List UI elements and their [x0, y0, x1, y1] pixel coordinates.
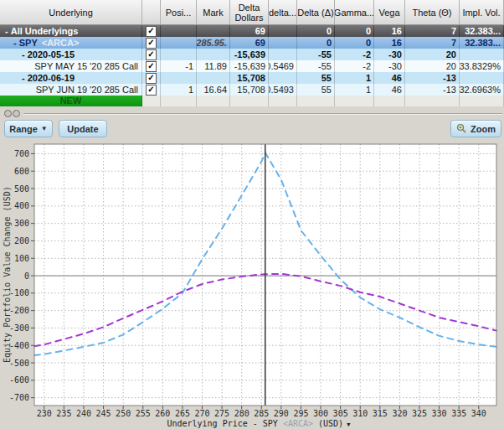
y-tick-label: 100	[14, 254, 29, 263]
column-header-position[interactable]: Posi...	[161, 0, 197, 25]
y-tick-label: 700	[14, 149, 29, 158]
impl_vol-value: 33.8329%	[460, 60, 504, 72]
position-value	[161, 37, 197, 49]
collapse-minus-icon[interactable]: -	[5, 25, 11, 37]
row-title: NEW	[60, 96, 82, 106]
splitter-knob-icon[interactable]	[13, 110, 20, 117]
column-header-mark[interactable]: Mark	[197, 0, 230, 25]
collapse-minus-icon[interactable]: -	[22, 49, 28, 60]
delta-value: -55	[297, 49, 335, 60]
gamma-value: 0	[335, 25, 374, 37]
collapse-minus-icon[interactable]: -	[13, 37, 19, 49]
vega-value	[374, 96, 405, 106]
theta-value: -13	[405, 72, 460, 84]
position-value: -1	[161, 60, 197, 72]
impl_vol-value	[460, 72, 504, 84]
row-2020-06-19[interactable]: - 2020-06-19✓15,70855146-13	[0, 72, 504, 84]
vega-value: 16	[374, 25, 405, 37]
underlying-label: - All Underlyings	[0, 25, 142, 37]
underlying-label: - 2020-06-19	[0, 72, 142, 84]
delta_dollars-value	[230, 96, 269, 106]
row-checkbox[interactable]: ✓	[146, 38, 157, 49]
column-header-check[interactable]	[142, 0, 161, 25]
row-new[interactable]: NEW	[0, 96, 504, 106]
impl_vol-value: 32.383...	[460, 25, 504, 37]
x-axis-title[interactable]: Underlying Price - SPY <ARCA> (USD) ▼	[167, 419, 351, 428]
update-button-label: Update	[67, 124, 98, 134]
collapse-minus-icon[interactable]: -	[22, 72, 28, 84]
row-checkbox[interactable]: ✓	[146, 61, 157, 72]
underlying-label: SPY JUN 19 '20 285 Call	[0, 84, 142, 96]
row-checkbox[interactable]: ✓	[146, 85, 157, 96]
delta_frac-value	[269, 49, 297, 60]
splitter-knob-icon[interactable]	[4, 110, 12, 117]
update-button[interactable]: Update	[59, 120, 107, 137]
underlying-label: SPY MAY 15 '20 285 Call	[0, 60, 142, 72]
row-title: SPY	[19, 37, 38, 49]
risk-navigator-window: UnderlyingPosi...MarkDelta Dollarsdelta.…	[0, 0, 504, 429]
y-tick-label: 200	[14, 236, 29, 246]
x-tick-label: 310	[352, 409, 368, 418]
gamma-value: 1	[335, 84, 374, 96]
y-tick-label: 0	[24, 271, 29, 281]
delta-value: 0	[297, 25, 335, 37]
mark-value: 16.64	[197, 84, 230, 96]
row-2020-05-15[interactable]: - 2020-05-15✓-15,639-55-2-3020	[0, 49, 504, 60]
row-checkbox[interactable]: ✓	[146, 49, 157, 60]
underlying-label: NEW	[0, 96, 142, 106]
checkbox-cell: ✓	[142, 37, 161, 49]
position-value	[161, 25, 197, 37]
column-header-delta_dollars[interactable]: Delta Dollars	[230, 0, 269, 25]
checkbox-cell	[142, 96, 161, 106]
theta-value: 7	[405, 37, 460, 49]
row-spy-jun-call[interactable]: SPY JUN 19 '20 285 Call✓116.6415,7080.54…	[0, 84, 504, 96]
row-spy-may-call[interactable]: SPY MAY 15 '20 285 Call✓-111.89-15,6390.…	[0, 60, 504, 72]
row-checkbox[interactable]: ✓	[146, 73, 157, 84]
column-header-impl_vol[interactable]: Impl. Vol.	[460, 0, 504, 25]
vega-value: 46	[374, 72, 405, 84]
delta_frac-value	[269, 37, 297, 49]
column-header-gamma[interactable]: Gamma...	[335, 0, 374, 25]
x-tick-label: 280	[234, 409, 249, 418]
x-tick-label: 260	[155, 409, 170, 418]
delta_dollars-value: 69	[230, 37, 269, 49]
checkbox-cell: ✓	[142, 25, 161, 37]
positions-table: UnderlyingPosi...MarkDelta Dollarsdelta.…	[0, 0, 504, 106]
gamma-value: -2	[335, 49, 374, 60]
x-tick-label: 300	[313, 409, 328, 418]
delta-value	[297, 96, 335, 106]
row-all-underlyings[interactable]: - All Underlyings✓690016732.383...	[0, 25, 504, 37]
x-tick-label: 335	[451, 409, 466, 418]
zoom-button[interactable]: Zoom	[450, 120, 501, 137]
column-header-delta[interactable]: Delta (Δ)	[297, 0, 335, 25]
impl_vol-value	[460, 96, 504, 106]
x-tick-label: 240	[76, 409, 91, 418]
checkbox-cell: ✓	[142, 49, 161, 60]
mark-value: 285.95.	[197, 37, 230, 49]
delta_frac-value	[269, 96, 297, 106]
x-tick-label: 295	[293, 409, 308, 418]
range-button[interactable]: Range▼	[4, 120, 53, 137]
row-title: 2020-05-15	[28, 49, 75, 60]
delta_frac-value: 0.5469	[269, 60, 297, 72]
mark-value	[197, 25, 230, 37]
y-tick-label: 500	[14, 184, 29, 194]
position-value: 1	[161, 84, 197, 96]
checkbox-cell: ✓	[142, 60, 161, 72]
column-header-theta[interactable]: Theta (Θ)	[405, 0, 460, 25]
delta_dollars-value: -15,639	[230, 49, 269, 60]
row-checkbox[interactable]: ✓	[146, 26, 157, 37]
x-tick-label: 250	[116, 409, 131, 418]
column-header-delta_frac[interactable]: delta...	[269, 0, 297, 25]
position-value	[161, 72, 197, 84]
panel-splitter[interactable]	[23, 113, 502, 115]
y-tick-label: -700	[9, 393, 29, 402]
x-tick-label: 285	[254, 409, 269, 418]
column-header-label[interactable]: Underlying	[0, 0, 142, 25]
row-spy[interactable]: - SPY<ARCA>✓285.95.690016732.383...	[0, 37, 504, 49]
column-header-vega[interactable]: Vega	[374, 0, 405, 25]
mark-value	[197, 49, 230, 60]
position-value	[161, 49, 197, 60]
x-tick-label: 330	[432, 409, 447, 418]
mark-value	[197, 96, 230, 106]
